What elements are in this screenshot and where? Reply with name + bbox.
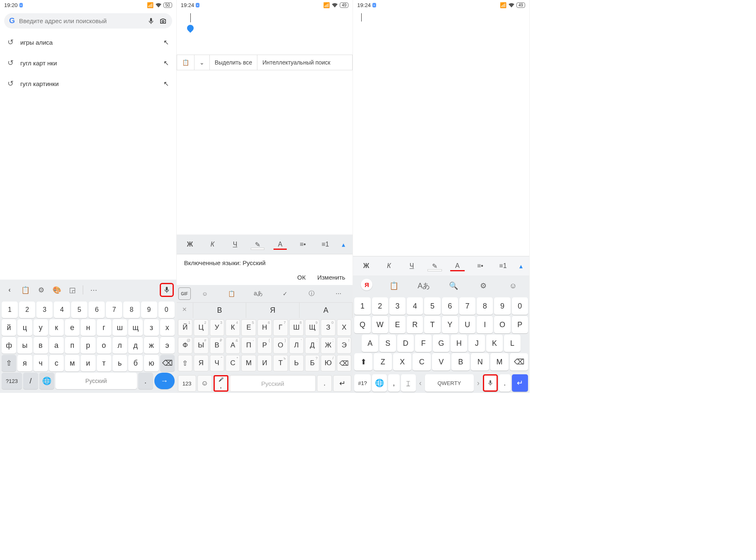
globe-key[interactable]: 🌐 [372, 374, 387, 392]
key[interactable]: э [160, 337, 175, 354]
info-icon[interactable]: ⓘ [299, 287, 324, 300]
key[interactable]: Тъ [273, 355, 288, 371]
collapse-toolbar-icon[interactable]: ▴ [338, 237, 349, 251]
camera-icon[interactable] [159, 17, 167, 25]
key[interactable]: Ф@ [178, 337, 192, 354]
backspace-key[interactable]: ⌫ [337, 355, 351, 371]
key[interactable]: Ю/ [321, 355, 335, 371]
key[interactable]: H [451, 335, 467, 352]
key[interactable]: ю [144, 355, 158, 371]
key[interactable]: Д: [305, 337, 319, 354]
key[interactable]: я [17, 355, 32, 371]
key[interactable]: Ж; [321, 337, 335, 354]
italic-button[interactable]: К [202, 237, 223, 251]
key[interactable]: 6 [442, 297, 458, 315]
key[interactable]: Z [374, 353, 392, 371]
key[interactable]: И [257, 355, 272, 371]
key[interactable]: 8 [123, 302, 139, 318]
backspace-key[interactable]: ⌫ [160, 355, 175, 371]
key[interactable]: N [471, 353, 489, 371]
enter-key[interactable]: ↵ [333, 375, 351, 392]
number-list-button[interactable]: ≡1 [315, 237, 336, 251]
shift-key[interactable]: ⇧ [2, 355, 16, 371]
bullet-list-button[interactable]: ≡• [293, 237, 313, 251]
key[interactable]: П- [241, 337, 256, 354]
key[interactable]: ц [17, 319, 32, 336]
slash-key[interactable]: / [23, 373, 38, 389]
key[interactable]: X [393, 353, 411, 371]
back-icon[interactable]: ‹ [2, 283, 17, 297]
key[interactable]: 8 [477, 297, 493, 315]
clipboard-icon[interactable]: 📋 [386, 279, 402, 293]
close-suggestion-icon[interactable]: ✕ [177, 303, 193, 318]
key[interactable]: R [407, 316, 423, 333]
key[interactable]: Э! [337, 337, 351, 354]
key[interactable]: В₽ [210, 337, 224, 354]
key[interactable]: з [144, 319, 158, 336]
search-bar[interactable]: G [4, 13, 172, 29]
space-key[interactable]: Русский [230, 375, 316, 392]
chevron-down-icon[interactable]: ⌄ [194, 55, 210, 70]
key[interactable]: S [379, 335, 396, 352]
search-icon[interactable]: 🔍 [445, 279, 462, 293]
bold-button[interactable]: Ж [180, 237, 200, 251]
bold-button[interactable]: Ж [355, 259, 377, 273]
key[interactable]: Ц2 [194, 319, 208, 336]
period-key[interactable]: . [499, 374, 511, 392]
suggestion[interactable]: А [300, 303, 353, 318]
paste-icon[interactable]: 📋 [177, 55, 194, 70]
shift-key[interactable]: ⇧ [178, 355, 192, 371]
suggestion-row[interactable]: ↺ гугл картинки ↖ [0, 73, 176, 94]
key[interactable]: 2 [19, 302, 35, 318]
key[interactable]: V [432, 353, 450, 371]
key[interactable]: W [372, 316, 388, 333]
key[interactable]: F [415, 335, 432, 352]
key[interactable]: 5 [424, 297, 440, 315]
key[interactable]: а [49, 337, 64, 354]
key[interactable]: U [459, 316, 475, 333]
key[interactable]: 1 [2, 302, 18, 318]
key[interactable]: р [81, 337, 95, 354]
backspace-key[interactable]: ⌫ [510, 353, 528, 371]
clipboard-icon[interactable]: 📋 [18, 283, 32, 297]
symbols-key[interactable]: ?123 [2, 373, 22, 389]
key[interactable]: у [34, 319, 48, 336]
next-lang-icon[interactable]: › [475, 374, 482, 392]
key[interactable]: е [65, 319, 79, 336]
key[interactable]: О) [273, 337, 288, 354]
key[interactable]: 4 [407, 297, 423, 315]
key[interactable]: L [504, 335, 521, 352]
key[interactable]: г [97, 319, 111, 336]
font-color-button[interactable]: А [447, 259, 468, 273]
key[interactable]: К4 [226, 319, 240, 336]
key[interactable]: E [389, 316, 406, 333]
key[interactable]: Ч" [210, 355, 224, 371]
key[interactable]: п [65, 337, 79, 354]
key[interactable]: й [2, 319, 16, 336]
key[interactable]: O [494, 316, 510, 333]
key[interactable]: о [97, 337, 111, 354]
key[interactable]: ж [144, 337, 158, 354]
key[interactable]: D [397, 335, 414, 352]
emoji-key[interactable]: ☺ [197, 375, 212, 392]
palette-icon[interactable]: 🎨 [50, 283, 64, 297]
key[interactable]: M [490, 353, 509, 371]
ok-button[interactable]: ОК [297, 274, 305, 281]
key[interactable]: ь [113, 355, 127, 371]
gear-icon[interactable]: ⚙ [34, 283, 48, 297]
space-key[interactable]: QWERTY [425, 374, 474, 392]
mic-icon[interactable] [160, 283, 174, 297]
suggestion-row[interactable]: ↺ гугл карт нки ↖ [0, 53, 176, 73]
key[interactable]: Ы# [194, 337, 208, 354]
key[interactable]: в [34, 337, 48, 354]
key[interactable]: д [128, 337, 143, 354]
cursor-move-key[interactable]: ⌶ [401, 374, 416, 392]
key[interactable]: 9 [141, 302, 157, 318]
key[interactable]: Щ9 [305, 319, 319, 336]
key[interactable]: Ш8 [289, 319, 304, 336]
key[interactable]: б [128, 355, 143, 371]
key[interactable]: 1 [354, 297, 370, 315]
key[interactable]: 7 [459, 297, 475, 315]
bullet-list-button[interactable]: ≡• [470, 259, 491, 273]
key[interactable]: м [65, 355, 79, 371]
